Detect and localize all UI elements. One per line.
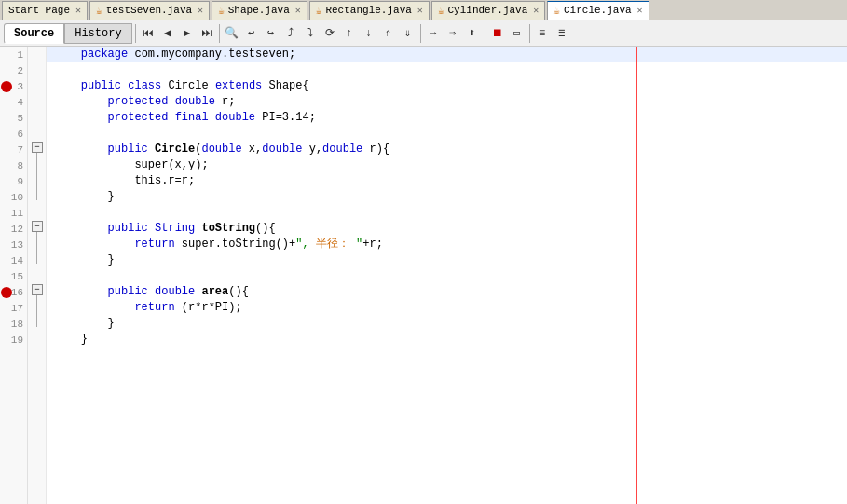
line-num-3: 3: [0, 78, 27, 94]
tab-circle[interactable]: ☕ Circle.java ✕: [547, 1, 649, 20]
toolbar-last-btn[interactable]: ⏭: [198, 24, 216, 43]
line-num-1: 1: [0, 47, 27, 62]
toolbar-run2-btn[interactable]: ⇒: [444, 24, 462, 43]
line-num-10: 10: [0, 189, 27, 205]
code-line-18: }: [47, 316, 847, 332]
line-num-4: 4: [0, 94, 27, 110]
code-line-12: ⚠ ▶ public String toString(){: [47, 221, 847, 237]
toolbar-redo-btn[interactable]: ↪: [262, 24, 280, 43]
toolbar-first-btn[interactable]: ⏮: [139, 24, 157, 43]
line-numbers-gutter: 1 2 3 4 5 6 7 8 9 10 11 12 13 14 15: [0, 47, 28, 504]
toolbar-group-format: ≡ ≣: [533, 24, 571, 43]
toolbar-divider-2: [219, 24, 220, 43]
code-line-5: protected final double PI=3.14;: [47, 110, 847, 126]
toolbar-group-nav: ⏮ ◀ ▶ ⏭: [139, 24, 216, 43]
source-history-toolbar: Source History ⏮ ◀ ▶ ⏭ 🔍 ↩ ↪ ⤴ ⤵ ⟳ ↑ ↓ ⇑…: [0, 20, 847, 47]
history-tab[interactable]: History: [64, 23, 131, 44]
start-page-tab-label: Start Page: [8, 5, 70, 16]
line-num-17: 17: [0, 300, 27, 316]
line-num-16: 16: [0, 284, 27, 300]
fold-marker-7[interactable]: −: [32, 142, 43, 153]
code-line-1: package com.mycompany.testseven;: [47, 47, 847, 62]
circle-tab-label: Circle.java: [564, 5, 632, 16]
toolbar-btn-6[interactable]: ⇑: [379, 24, 398, 43]
java-icon-testseven: ☕: [96, 5, 102, 17]
fold-line-12: [36, 232, 37, 264]
rectangle-tab-label: Rectangle.java: [325, 5, 411, 16]
tab-cylinder[interactable]: ☕ Cylinder.java ✕: [431, 1, 545, 20]
close-shape-tab[interactable]: ✕: [295, 5, 301, 16]
toolbar-prev-btn[interactable]: ◀: [158, 24, 177, 43]
line-num-11: 11: [0, 205, 27, 221]
line-num-5: 5: [0, 110, 27, 126]
editor-area: 1 2 3 4 5 6 7 8 9 10 11 12 13 14 15: [0, 47, 847, 504]
code-line-14: }: [47, 252, 847, 268]
code-line-6: [47, 126, 847, 142]
toolbar-group-run: → ⇒ ⬆: [424, 24, 482, 43]
line-num-6: 6: [0, 126, 27, 142]
source-tab[interactable]: Source: [4, 23, 64, 44]
fold-line-16: [36, 295, 37, 327]
toolbar-run-btn[interactable]: →: [424, 24, 443, 43]
fold-gutter: − − −: [28, 47, 47, 504]
toolbar-btn-7[interactable]: ⇓: [399, 24, 417, 43]
line-num-14: 14: [0, 252, 27, 268]
toolbar-format2-btn[interactable]: ≣: [553, 24, 571, 43]
toolbar-divider-4: [485, 24, 485, 43]
toolbar-group-actions: 🔍 ↩ ↪ ⤴ ⤵ ⟳ ↑ ↓ ⇑ ⇓: [223, 24, 417, 43]
toolbar-rect-btn[interactable]: ▭: [508, 24, 526, 43]
toolbar-btn-3[interactable]: ⤴: [281, 24, 300, 43]
tab-start-page[interactable]: Start Page ✕: [2, 1, 88, 20]
code-line-7: public Circle(double x,double y,double r…: [47, 142, 847, 157]
toolbar-btn-5[interactable]: ⟳: [321, 24, 339, 43]
fold-marker-12[interactable]: −: [32, 221, 43, 232]
tab-testseven[interactable]: ☕ testSeven.java ✕: [89, 1, 210, 20]
close-circle-tab[interactable]: ✕: [637, 5, 643, 16]
shape-tab-label: Shape.java: [228, 5, 290, 16]
testseven-tab-label: testSeven.java: [106, 5, 192, 16]
toolbar-format-btn[interactable]: ≡: [533, 24, 552, 43]
code-line-16: public double area(){: [47, 284, 847, 300]
tab-rectangle[interactable]: ☕ Rectangle.java ✕: [309, 1, 430, 20]
code-line-10: }: [47, 189, 847, 205]
line-num-9: 9: [0, 173, 27, 189]
line-num-19: 19: [0, 332, 27, 347]
code-line-11: [47, 205, 847, 221]
line-num-8: 8: [0, 157, 27, 173]
toolbar-undo-btn[interactable]: ↩: [242, 24, 261, 43]
java-icon-cylinder: ☕: [438, 5, 444, 17]
toolbar-btn-4[interactable]: ⤵: [301, 24, 320, 43]
toolbar-divider-1: [135, 24, 136, 43]
close-rectangle-tab[interactable]: ✕: [417, 5, 423, 16]
toolbar-down-btn[interactable]: ↓: [360, 24, 378, 43]
code-line-2: [47, 62, 847, 78]
java-icon-shape: ☕: [218, 5, 225, 17]
toolbar-up-btn[interactable]: ↑: [340, 24, 359, 43]
close-cylinder-tab[interactable]: ✕: [533, 5, 539, 16]
fold-marker-16[interactable]: −: [32, 284, 43, 295]
line-num-7: 7: [0, 142, 27, 157]
java-icon-circle: ☕: [553, 5, 560, 17]
toolbar-divider-3: [420, 24, 421, 43]
tab-shape[interactable]: ☕ Shape.java ✕: [212, 1, 307, 20]
code-line-9: this.r=r;: [47, 173, 847, 189]
code-line-15: [47, 268, 847, 284]
red-margin-line: [636, 47, 637, 504]
line-num-15: 15: [0, 268, 27, 284]
line-num-12: 12: [0, 221, 27, 237]
code-line-13: return super.toString()+", 半径： "+r;: [47, 237, 847, 252]
code-editor[interactable]: ⚠ ▶ package com.mycompany.testseven; pub…: [47, 47, 847, 504]
breakpoint-icon-3: [0, 78, 13, 94]
close-testseven-tab[interactable]: ✕: [198, 5, 203, 16]
toolbar-stop-btn[interactable]: ⏹: [488, 24, 507, 43]
tab-bar: Start Page ✕ ☕ testSeven.java ✕ ☕ Shape.…: [0, 0, 847, 20]
toolbar-next-btn[interactable]: ▶: [178, 24, 197, 43]
toolbar-group-stop: ⏹ ▭: [488, 24, 526, 43]
code-line-8: super(x,y);: [47, 157, 847, 173]
close-start-page-tab[interactable]: ✕: [75, 5, 81, 16]
java-icon-rectangle: ☕: [316, 5, 322, 17]
toolbar-search-btn[interactable]: 🔍: [223, 24, 241, 43]
breakpoint-icon-16: [0, 284, 13, 300]
toolbar-run3-btn[interactable]: ⬆: [463, 24, 482, 43]
line-num-13: 13: [0, 237, 27, 252]
